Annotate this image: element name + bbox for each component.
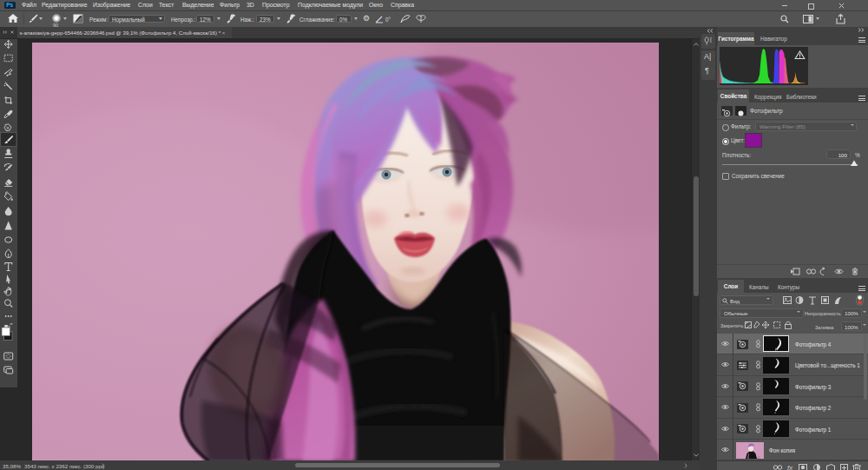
- svg-text:fx: fx: [787, 464, 793, 470]
